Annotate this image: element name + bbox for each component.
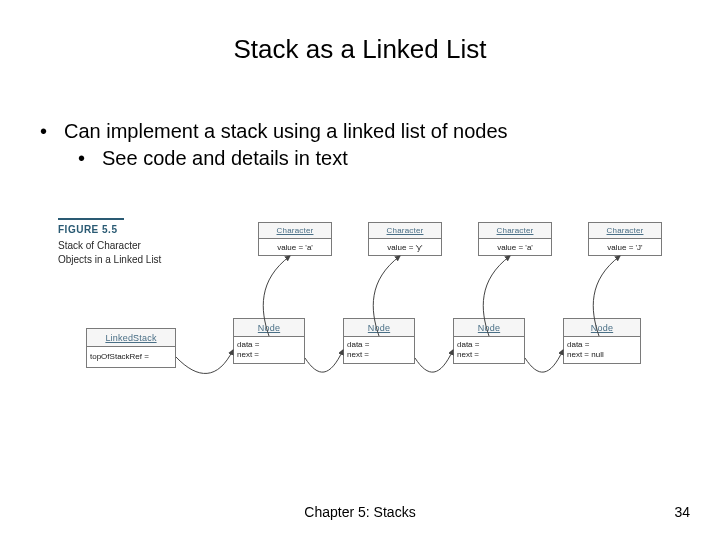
character-value-box: value = 'a' [478,238,552,256]
figure-rule [58,218,124,220]
bullet-text: Can implement a stack using a linked lis… [64,118,508,145]
character-title-box: Character [368,222,442,238]
character-value-box: value = 'y' [368,238,442,256]
character-value-box: value = 'J' [588,238,662,256]
node-title-box: Node [563,318,641,336]
bullet-level1: • Can implement a stack using a linked l… [40,118,680,145]
character-title-box: Character [478,222,552,238]
node-title-box: Node [453,318,525,336]
node-fields-box: data = next = [453,336,525,364]
bullet-text: See code and details in text [102,145,348,172]
bullet-list: • Can implement a stack using a linked l… [40,118,680,172]
bullet-dot-icon: • [40,118,64,145]
node-title-box: Node [233,318,305,336]
node-fields-box: data = next = [343,336,415,364]
figure-caption-line: Objects in a Linked List [58,253,208,267]
node-title-box: Node [343,318,415,336]
linkedstack-field-box: topOfStackRef = [86,346,176,368]
character-title-box: Character [258,222,332,238]
figure-number: FIGURE 5.5 [58,224,208,235]
character-title-box: Character [588,222,662,238]
figure-caption-line: Stack of Character [58,239,208,253]
footer-chapter: Chapter 5: Stacks [0,504,720,520]
slide-title: Stack as a Linked List [0,34,720,65]
node-fields-box: data = next = [233,336,305,364]
footer-page-number: 34 [674,504,690,520]
linkedstack-title-box: LinkedStack [86,328,176,346]
character-value-box: value = 'a' [258,238,332,256]
bullet-level2: • See code and details in text [40,145,680,172]
node-fields-last-box: data = next = null [563,336,641,364]
figure-label: FIGURE 5.5 Stack of Character Objects in… [58,218,208,267]
bullet-dot-icon: • [78,145,102,172]
figure-5-5: FIGURE 5.5 Stack of Character Objects in… [58,200,668,400]
